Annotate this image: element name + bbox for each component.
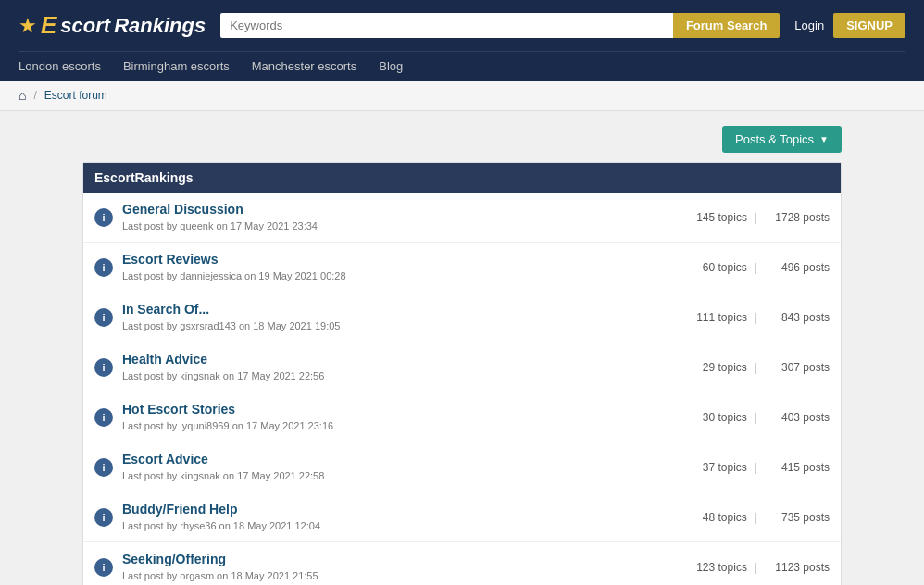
forum-info: Escort ReviewsLast post by danniejessica… [122, 252, 644, 282]
nav-link-manchester-escorts[interactable]: Manchester escorts [252, 59, 356, 73]
forum-info: Health AdviceLast post by kingsnak on 17… [122, 352, 644, 382]
forum-topics-count: 29 topics [673, 361, 747, 374]
forum-info-icon: i [94, 558, 113, 577]
forum-row: iHot Escort StoriesLast post by lyquni89… [83, 392, 841, 442]
forum-row: iEscort ReviewsLast post by danniejessic… [83, 243, 841, 292]
logo[interactable]: ★ E scort Rankings [19, 11, 206, 40]
forum-info: General DiscussionLast post by queenk on… [122, 202, 644, 232]
forum-posts-count: 843 posts [765, 311, 830, 324]
stat-divider: | [755, 211, 757, 224]
forum-last-post: Last post by gsxrsrad143 on 18 May 2021 … [122, 320, 340, 331]
forum-stats: 60 topics|496 posts [644, 261, 830, 274]
forum-posts-count: 1123 posts [765, 561, 830, 574]
stat-divider: | [755, 411, 757, 424]
home-icon: ⌂ [19, 88, 26, 103]
forum-stats: 111 topics|843 posts [644, 311, 830, 324]
forum-posts-count: 1728 posts [765, 211, 830, 224]
forum-stats: 123 topics|1123 posts [644, 561, 830, 574]
forum-info-icon: i [94, 458, 113, 477]
forum-search-button[interactable]: Forum Search [673, 13, 780, 38]
forum-title-link[interactable]: Escort Reviews [122, 252, 644, 267]
stat-divider: | [755, 261, 757, 274]
stat-divider: | [755, 311, 757, 324]
forum-info-icon: i [94, 508, 113, 527]
forum-info-icon: i [94, 408, 113, 427]
forum-info: Hot Escort StoriesLast post by lyquni896… [122, 402, 644, 432]
posts-topics-button[interactable]: Posts & Topics ▼ [722, 126, 842, 153]
forum-info: Escort AdviceLast post by kingsnak on 17… [122, 452, 644, 482]
stat-divider: | [755, 361, 757, 374]
forum-posts-count: 735 posts [765, 511, 830, 524]
forum-stats: 29 topics|307 posts [644, 361, 830, 374]
forum-last-post: Last post by kingsnak on 17 May 2021 22:… [122, 370, 324, 381]
stat-divider: | [755, 461, 757, 474]
logo-star-icon: ★ [19, 16, 37, 36]
forum-title-link[interactable]: Escort Advice [122, 452, 644, 467]
forum-last-post: Last post by queenk on 17 May 2021 23:34 [122, 220, 318, 231]
forum-last-post: Last post by kingsnak on 17 May 2021 22:… [122, 470, 324, 481]
auth-area: Login SIGNUP [794, 13, 905, 38]
forum-stats: 37 topics|415 posts [644, 461, 830, 474]
forum-posts-count: 307 posts [765, 361, 830, 374]
forum-list: iGeneral DiscussionLast post by queenk o… [83, 193, 841, 585]
signup-button[interactable]: SIGNUP [833, 13, 905, 38]
main-content: Posts & Topics ▼ EscortRankings iGeneral… [64, 126, 860, 585]
forum-stats: 145 topics|1728 posts [644, 211, 830, 224]
breadcrumb-separator: / [33, 89, 36, 102]
forum-topics-count: 30 topics [673, 411, 747, 424]
forum-posts-count: 496 posts [765, 261, 830, 274]
forum-row: iHealth AdviceLast post by kingsnak on 1… [83, 342, 841, 392]
header: ★ E scort Rankings Forum Search Login SI… [0, 0, 924, 81]
forum-info-icon: i [94, 358, 113, 377]
forum-topics-count: 60 topics [673, 261, 747, 274]
forum-info-icon: i [94, 258, 113, 277]
forum-row: iIn Search Of...Last post by gsxrsrad143… [83, 292, 841, 342]
main-nav: London escortsBirmingham escortsManchest… [19, 51, 905, 81]
forum-row: iGeneral DiscussionLast post by queenk o… [83, 193, 841, 243]
forum-posts-count: 415 posts [765, 461, 830, 474]
posts-topics-label: Posts & Topics [735, 132, 814, 146]
forum-info: Buddy/Friend HelpLast post by rhyse36 on… [122, 502, 644, 532]
forum-info: Seeking/OfferingLast post by orgasm on 1… [122, 552, 644, 582]
forum-last-post: Last post by danniejessica on 19 May 202… [122, 270, 346, 281]
forum-title-link[interactable]: Hot Escort Stories [122, 402, 644, 417]
logo-rankings: Rankings [114, 14, 206, 38]
forum-last-post: Last post by rhyse36 on 18 May 2021 12:0… [122, 520, 320, 531]
breadcrumb-escort-forum[interactable]: Escort forum [44, 89, 107, 102]
nav-link-birmingham-escorts[interactable]: Birmingham escorts [123, 59, 230, 73]
nav-link-blog[interactable]: Blog [379, 59, 403, 73]
breadcrumb: ⌂ / Escort forum [0, 81, 924, 111]
search-bar: Forum Search [220, 13, 780, 38]
forum-title-link[interactable]: General Discussion [122, 202, 644, 217]
search-input[interactable] [220, 13, 673, 38]
forum-title-link[interactable]: In Search Of... [122, 302, 644, 317]
forum-row: iBuddy/Friend HelpLast post by rhyse36 o… [83, 492, 841, 542]
login-link[interactable]: Login [794, 19, 824, 32]
forum-title-link[interactable]: Seeking/Offering [122, 552, 644, 566]
forum-title-link[interactable]: Health Advice [122, 352, 644, 367]
forum-section-title: EscortRankings [83, 163, 841, 193]
forum-topics-count: 48 topics [673, 511, 747, 524]
toolbar: Posts & Topics ▼ [82, 126, 842, 153]
forum-info-icon: i [94, 208, 113, 227]
forum-posts-count: 403 posts [765, 411, 830, 424]
nav-link-london-escorts[interactable]: London escorts [19, 59, 101, 73]
stat-divider: | [755, 561, 757, 574]
forum-stats: 48 topics|735 posts [644, 511, 830, 524]
stat-divider: | [755, 511, 757, 524]
dropdown-arrow-icon: ▼ [819, 134, 829, 144]
forum-topics-count: 111 topics [673, 311, 747, 324]
forum-stats: 30 topics|403 posts [644, 411, 830, 424]
logo-e: E [41, 11, 56, 40]
forum-info: In Search Of...Last post by gsxrsrad143 … [122, 302, 644, 332]
forum-info-icon: i [94, 308, 113, 327]
forum-section: EscortRankings iGeneral DiscussionLast p… [82, 162, 842, 585]
forum-topics-count: 145 topics [673, 211, 747, 224]
forum-last-post: Last post by orgasm on 18 May 2021 21:55 [122, 570, 318, 581]
forum-topics-count: 123 topics [673, 561, 747, 574]
forum-row: iEscort AdviceLast post by kingsnak on 1… [83, 442, 841, 492]
forum-title-link[interactable]: Buddy/Friend Help [122, 502, 644, 517]
forum-topics-count: 37 topics [673, 461, 747, 474]
logo-escort: scort [60, 14, 110, 38]
forum-last-post: Last post by lyquni8969 on 17 May 2021 2… [122, 420, 333, 431]
